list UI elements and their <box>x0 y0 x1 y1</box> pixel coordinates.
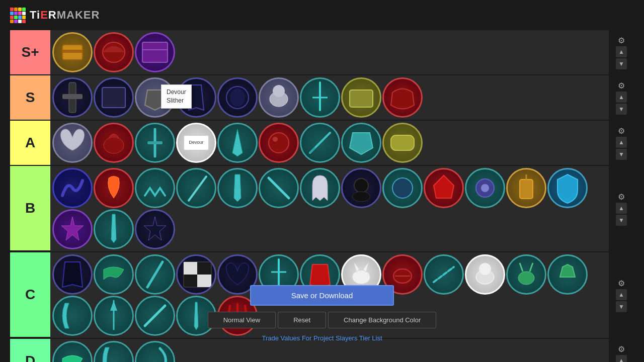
move-down-button[interactable]: ▼ <box>616 215 627 226</box>
tier-items-d <box>50 339 609 362</box>
change-bg-button[interactable]: Change Background Color <box>328 312 436 328</box>
move-up-button[interactable]: ▲ <box>616 137 627 148</box>
list-item[interactable] <box>52 123 93 163</box>
gear-icon[interactable]: ⚙ <box>618 36 625 45</box>
list-item[interactable]: Devour <box>176 123 216 163</box>
move-down-button[interactable]: ▼ <box>616 58 627 69</box>
list-item[interactable] <box>94 209 134 249</box>
tier-items-b <box>50 166 609 251</box>
svg-line-24 <box>189 176 206 201</box>
tier-row-splus: S+⚙▲▼ <box>10 30 634 74</box>
move-down-button[interactable]: ▼ <box>616 104 627 115</box>
tier-label-splus: S+ <box>10 30 50 74</box>
list-item[interactable] <box>341 123 381 163</box>
move-up-button[interactable]: ▲ <box>616 203 627 214</box>
tier-controls-s: ⚙▲▼ <box>609 75 634 120</box>
tier-controls-d: ⚙▲▼ <box>609 339 634 362</box>
list-item[interactable] <box>341 77 381 118</box>
svg-rect-3 <box>142 42 168 62</box>
svg-marker-29 <box>434 175 454 198</box>
list-item[interactable] <box>259 123 299 163</box>
list-item[interactable] <box>94 123 134 163</box>
list-item[interactable] <box>135 168 175 208</box>
svg-point-48 <box>518 272 534 285</box>
tier-items-splus <box>50 30 609 74</box>
svg-line-45 <box>434 267 454 282</box>
svg-line-25 <box>269 178 289 198</box>
svg-rect-6 <box>62 94 83 99</box>
list-item[interactable] <box>259 168 299 208</box>
list-item[interactable] <box>135 32 175 72</box>
tier-label-b: B <box>10 166 50 250</box>
list-item[interactable] <box>341 168 381 208</box>
svg-marker-35 <box>144 217 166 240</box>
list-item[interactable] <box>300 123 340 163</box>
tier-row-a: ADevour⚙▲▼ <box>10 121 634 165</box>
move-up-button[interactable]: ▲ <box>616 92 627 103</box>
list-item[interactable] <box>135 123 175 163</box>
save-download-button[interactable]: Save or Download <box>250 285 394 306</box>
tier-label-d: D <box>10 339 50 362</box>
list-item[interactable] <box>300 168 340 208</box>
logo-t: T <box>30 9 37 21</box>
list-item[interactable] <box>176 168 216 208</box>
list-item[interactable] <box>135 341 175 362</box>
list-item[interactable] <box>52 77 93 118</box>
move-up-button[interactable]: ▲ <box>616 46 627 57</box>
gear-icon[interactable]: ⚙ <box>618 344 625 354</box>
svg-rect-23 <box>391 135 414 150</box>
logo-grid-icon <box>10 8 26 23</box>
svg-line-22 <box>310 148 315 153</box>
gear-icon[interactable]: ⚙ <box>618 81 625 90</box>
list-item[interactable] <box>382 123 423 163</box>
list-item[interactable] <box>300 77 340 118</box>
list-item[interactable] <box>382 77 423 118</box>
list-item[interactable] <box>424 168 464 208</box>
normal-view-button[interactable]: Normal View <box>208 312 276 328</box>
svg-point-26 <box>354 178 368 193</box>
tier-row-s: S⚙▲▼ <box>10 75 634 120</box>
list-item[interactable] <box>217 77 258 118</box>
svg-point-20 <box>273 137 278 142</box>
list-item[interactable] <box>547 168 588 208</box>
logo-r: R <box>48 9 57 21</box>
list-item[interactable] <box>259 77 299 118</box>
list-item[interactable] <box>465 168 505 208</box>
svg-point-31 <box>481 184 489 192</box>
svg-rect-1 <box>62 50 83 53</box>
gear-icon[interactable]: ⚙ <box>618 126 625 136</box>
list-item[interactable] <box>52 32 93 72</box>
logo-maker: MAKER <box>57 9 100 21</box>
list-item[interactable] <box>94 168 134 208</box>
svg-rect-7 <box>102 87 125 108</box>
list-item[interactable] <box>52 341 93 362</box>
svg-point-27 <box>352 192 370 202</box>
list-item[interactable] <box>135 209 175 249</box>
tooltip: DevourSlither <box>161 84 192 109</box>
svg-text:Devour: Devour <box>189 140 203 145</box>
list-item[interactable] <box>217 123 258 163</box>
tier-items-a: Devour <box>50 121 609 165</box>
svg-point-42 <box>352 270 370 284</box>
list-item[interactable] <box>506 168 546 208</box>
header: TiERMAKER <box>0 0 644 30</box>
list-item[interactable] <box>52 168 93 208</box>
bottom-section: Save or Download Normal View Reset Chang… <box>0 285 644 342</box>
move-down-button[interactable]: ▼ <box>616 149 627 160</box>
tier-items-s <box>50 75 609 120</box>
gear-icon[interactable]: ⚙ <box>618 192 625 202</box>
list-item[interactable] <box>217 168 258 208</box>
reset-button[interactable]: Reset <box>278 312 326 328</box>
svg-rect-13 <box>350 90 373 107</box>
list-item[interactable] <box>382 168 423 208</box>
list-item[interactable] <box>94 32 134 72</box>
footer-link[interactable]: Trade Values For Project Slayers Tier Li… <box>262 334 382 342</box>
list-item[interactable] <box>94 341 134 362</box>
list-item[interactable] <box>52 209 93 249</box>
move-up-button[interactable]: ▲ <box>616 355 627 363</box>
svg-rect-38 <box>184 262 197 275</box>
svg-point-28 <box>392 178 413 198</box>
svg-point-19 <box>269 133 289 153</box>
svg-line-50 <box>530 263 533 272</box>
list-item[interactable] <box>94 77 134 118</box>
